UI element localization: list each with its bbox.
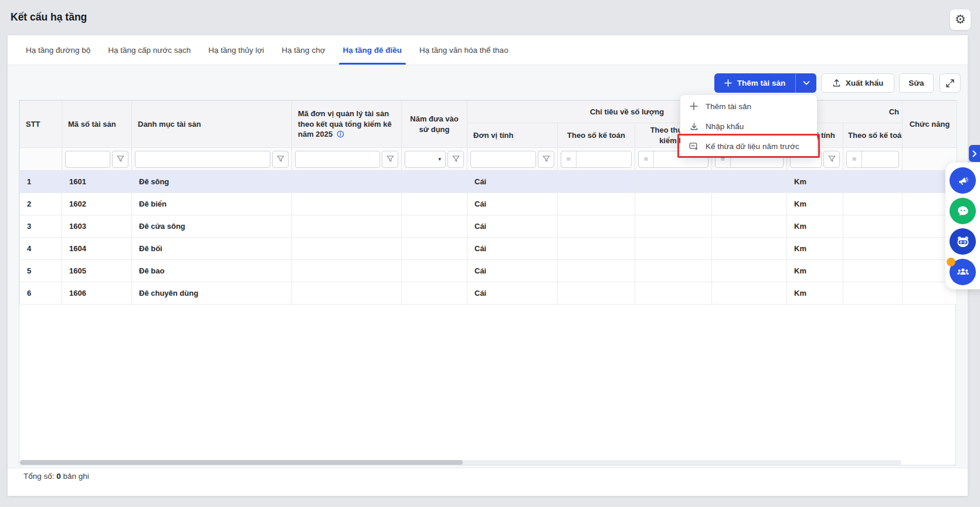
col-header-actions: Chức năng [903,101,957,148]
caret-down-icon: ▾ [438,156,445,162]
col-header-managing-unit-code: Mã đơn vị quản lý tài sản theo kết quả t… [292,101,402,148]
filter-icon[interactable] [823,151,840,168]
filter-accounting1-input[interactable] [577,151,631,167]
filter-asset-category-input[interactable] [135,151,270,167]
col-header-unit-1: Đơn vị tính [467,123,558,148]
people-icon [956,265,970,279]
col-header-year-in-use: Năm đưa vào sử dụng [402,101,467,148]
menu-item-inherit-previous-year-data[interactable]: Kế thừa dữ liệu năm trước [680,136,817,156]
table-row[interactable]: 11601Đê sôngCáiKm [20,171,957,193]
table-row[interactable]: 61606Đê chuyên dùngCáiKm [20,282,957,305]
filter-accounting2-input[interactable] [862,151,898,167]
chat-widget-button[interactable] [950,198,976,224]
filter-asset-code-input[interactable] [66,151,110,167]
settings-button[interactable]: ⚙ [950,9,971,30]
horizontal-scrollbar-thumb[interactable] [20,460,463,465]
equals-operator[interactable]: = [639,151,654,167]
gear-icon: ⚙ [955,13,966,26]
table-row[interactable]: 41604Đê bốiCáiKm [20,238,957,260]
tab-ha-tang-cho[interactable]: Hạ tầng chợ [273,35,334,65]
filter-icon[interactable] [538,151,554,168]
tab-ha-tang-duong-bo[interactable]: Hạ tầng đường bộ [17,35,99,65]
megaphone-widget-button[interactable] [950,167,976,194]
notification-dot [947,258,955,266]
col-header-stt: STT [20,101,62,148]
export-button[interactable]: Xuất khẩu [821,73,894,93]
footer-bar [8,468,968,496]
table-row[interactable]: 51605Đê baoCáiKm [20,260,957,282]
info-icon[interactable] [337,130,344,138]
filter-icon[interactable] [447,151,464,168]
collapse-panel-button[interactable] [969,145,980,162]
filter-icon[interactable] [272,151,289,168]
table-row[interactable]: 31603Đê cửa sôngCáiKm [20,215,957,238]
screen: { "page": { "title": "Kết cấu hạ tầng" }… [0,0,980,507]
megaphone-icon [957,174,969,187]
filter-icon[interactable] [382,151,398,168]
menu-item-add-asset[interactable]: Thêm tài sản [680,96,817,116]
page-title: Kết cấu hạ tầng [11,11,87,23]
expand-icon [945,79,955,88]
add-asset-caret-button[interactable] [795,73,816,93]
menu-item-import[interactable]: Nhập khẩu [680,116,817,136]
equals-operator[interactable]: = [561,151,577,167]
add-asset-button[interactable]: Thêm tài sản [714,73,795,93]
download-icon [689,122,699,131]
filter-year-input[interactable] [405,151,438,167]
panda-bot-widget-button[interactable] [950,228,976,255]
tab-bar: Hạ tầng đường bộ Hạ tầng cấp nước sạch H… [8,35,968,65]
chat-bubble-icon [956,204,970,218]
tab-ha-tang-cap-nuoc-sach[interactable]: Hạ tầng cấp nước sạch [99,35,199,65]
expand-button[interactable] [940,73,961,93]
table-row[interactable]: 21602Đê biểnCáiKm [20,193,957,215]
upload-icon [832,79,841,87]
filter-icon[interactable] [112,151,128,168]
filter-stt-empty [20,148,62,171]
col-header-accounting-1: Theo số kế toán [558,123,635,148]
inherit-data-icon [689,142,699,151]
plus-icon [689,102,699,110]
col-header-asset-category: Danh mục tài sản [132,101,292,148]
col-header-asset-code: Mã số tài sản [62,101,132,148]
tab-ha-tang-thuy-loi[interactable]: Hạ tầng thủy lợi [199,35,273,65]
filter-unit-code-input[interactable] [296,151,379,167]
panda-bot-icon [955,234,971,249]
tab-ha-tang-van-hoa-the-thao[interactable]: Hạ tầng văn hóa thể thao [411,35,517,65]
chevron-down-icon [803,81,810,85]
tab-ha-tang-de-dieu[interactable]: Hạ tầng đê điều [334,35,411,65]
edit-button[interactable]: Sửa [899,73,934,93]
filter-unit1-input[interactable] [471,151,535,167]
add-asset-dropdown-menu: Thêm tài sản Nhập khẩu Kế thừa dữ liệu n… [680,95,817,157]
plus-icon [724,79,732,87]
equals-operator[interactable]: = [847,151,862,167]
col-header-accounting-2: Theo số kế toán [843,123,903,148]
chevron-right-icon [972,150,977,157]
total-records: Tổng số: 0 bản ghi [23,472,89,481]
